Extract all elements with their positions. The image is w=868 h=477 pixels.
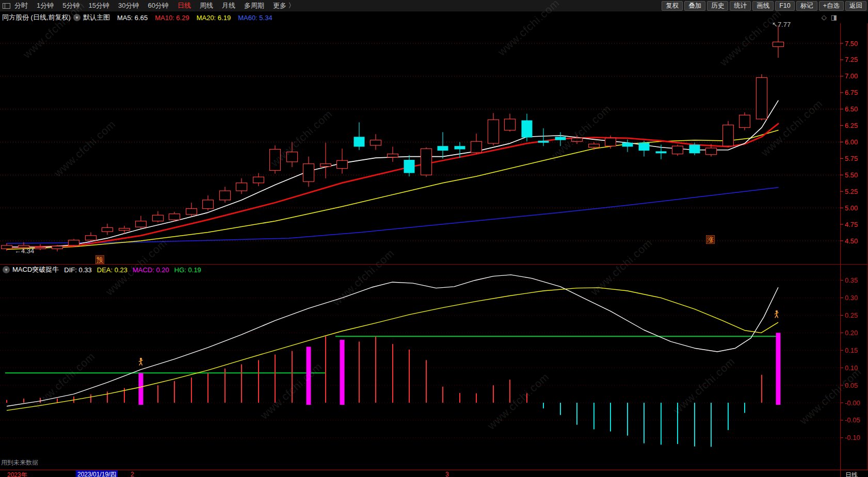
svg-text:0.20: 0.20 (845, 329, 858, 337)
svg-text:-0.05: -0.05 (845, 416, 860, 424)
top-menu-bar: 分时1分钟5分钟15分钟30分钟60分钟日线周线月线多周期更多 〉 复权叠加历史… (0, 0, 868, 12)
svg-text:5.00: 5.00 (845, 204, 858, 212)
pane-corner-icons: ◇ ◨ (822, 13, 837, 21)
chevron-down-icon[interactable]: ▾ (73, 14, 81, 21)
low-price-annotation: ←4.34 (14, 247, 34, 255)
svg-text:-0.00: -0.00 (845, 399, 860, 407)
toolbar-button[interactable]: 历史 (707, 1, 728, 11)
svg-text:6.75: 6.75 (845, 89, 858, 96)
collapse-indicator-icon[interactable]: ▾ (3, 266, 10, 273)
svg-text:0.30: 0.30 (845, 294, 858, 302)
toolbar-button[interactable]: 返回 (845, 1, 866, 11)
period-tab[interactable]: 30分钟 (118, 1, 139, 10)
ma-value: MA20: 6.19 (197, 14, 231, 22)
future-data-note: 用到未来数据 (1, 458, 38, 467)
window-panel-icon[interactable] (3, 3, 10, 9)
toolbar-buttons: 复权叠加历史统计画线F10标记+自选返回 (660, 1, 868, 11)
macd-value: DIF: 0.33 (64, 266, 91, 274)
high-price-annotation: ↖7.77 (772, 21, 791, 28)
diamond-icon[interactable]: ◇ (822, 13, 827, 21)
toolbar-button[interactable]: 标记 (796, 1, 817, 11)
macd-value: HG: 0.19 (174, 266, 201, 274)
month-mark: 3 (445, 471, 449, 477)
period-menu: 分时1分钟5分钟15分钟30分钟60分钟日线周线月线多周期更多 〉 (14, 1, 295, 10)
period-label: 日线 (845, 471, 858, 477)
macd-value: DEA: 0.23 (97, 266, 127, 274)
svg-text:0.35: 0.35 (845, 276, 858, 284)
bottom-time-axis: 2023年 2023/01/19/四 23 日线 (0, 470, 868, 477)
period-tab[interactable]: 多周期 (244, 1, 264, 10)
month-mark: 2 (131, 471, 134, 477)
svg-text:4.75: 4.75 (845, 221, 858, 228)
ma-legend: MA5: 6.65MA10: 6.29MA20: 6.19MA60: 5.34 (110, 14, 272, 22)
svg-text:7.00: 7.00 (845, 72, 858, 80)
main-overlay-select[interactable]: 默认主图 (83, 13, 110, 22)
macd-values: DIF: 0.33DEA: 0.23MACD: 0.20HG: 0.19 (64, 266, 206, 274)
ma-value: MA10: 6.29 (155, 14, 189, 22)
toolbar-button[interactable]: 统计 (730, 1, 751, 11)
period-tab[interactable]: 5分钟 (62, 1, 79, 10)
period-tab[interactable]: 1分钟 (37, 1, 54, 10)
toolbar-button[interactable]: 复权 (662, 1, 683, 11)
svg-text:-0.10: -0.10 (845, 434, 860, 441)
svg-text:5.75: 5.75 (845, 155, 858, 162)
svg-text:7.50: 7.50 (845, 40, 858, 47)
selected-date-label[interactable]: 2023/01/19/四 (76, 470, 118, 477)
svg-text:6.25: 6.25 (845, 122, 858, 129)
svg-text:5.50: 5.50 (845, 171, 858, 179)
svg-text:0.05: 0.05 (845, 382, 858, 389)
macd-header: ▾ MACD突破捉牛 DIF: 0.33DEA: 0.23MACD: 0.20H… (0, 265, 206, 274)
toolbar-button[interactable]: +自选 (819, 1, 844, 11)
year-label: 2023年 (7, 471, 27, 477)
period-tab[interactable]: 日线 (178, 1, 191, 10)
chart-header: 同方股份 (日线,前复权) ▾ 默认主图 MA5: 6.65MA10: 6.29… (0, 12, 868, 23)
toolbar-button[interactable]: 叠加 (684, 1, 705, 11)
toolbar-button[interactable]: F10 (775, 1, 795, 11)
stock-app-window: 分时1分钟5分钟15分钟30分钟60分钟日线周线月线多周期更多 〉 复权叠加历史… (0, 0, 868, 477)
period-tab[interactable]: 15分钟 (88, 1, 109, 10)
period-tab[interactable]: 月线 (222, 1, 235, 10)
period-tab[interactable]: 60分钟 (148, 1, 168, 10)
axis-divider (840, 470, 841, 477)
macd-value: MACD: 0.20 (133, 266, 169, 274)
person-marker-icon (775, 310, 779, 318)
stock-title[interactable]: 同方股份 (日线,前复权) (2, 13, 71, 22)
period-tab[interactable]: 更多 〉 (273, 1, 295, 10)
main-candlestick-chart: 7.507.257.006.756.506.256.005.755.505.25… (0, 23, 868, 264)
svg-text:6.00: 6.00 (845, 138, 858, 146)
person-marker-icon (139, 358, 143, 365)
indicator-name[interactable]: MACD突破捉牛 (12, 265, 59, 274)
period-tab[interactable]: 周线 (200, 1, 213, 10)
svg-text:4.50: 4.50 (845, 237, 858, 245)
svg-text:5.25: 5.25 (845, 188, 858, 195)
period-tab[interactable]: 分时 (14, 1, 28, 10)
macd-indicator-panel: 0.350.300.250.200.150.100.05-0.00-0.05-0… (0, 264, 868, 470)
split-panel-icon[interactable]: ◨ (831, 13, 837, 21)
ma-value: MA5: 6.65 (117, 14, 148, 22)
ma-value: MA60: 5.34 (238, 14, 272, 22)
toolbar-button[interactable]: 画线 (752, 1, 774, 11)
signal-marker: 涨 (706, 235, 715, 244)
svg-text:7.25: 7.25 (845, 56, 858, 63)
svg-text:6.50: 6.50 (845, 105, 858, 113)
svg-text:0.15: 0.15 (845, 347, 858, 354)
svg-text:0.25: 0.25 (845, 311, 858, 319)
signal-marker: 预 (95, 255, 104, 264)
svg-text:0.10: 0.10 (845, 364, 858, 372)
